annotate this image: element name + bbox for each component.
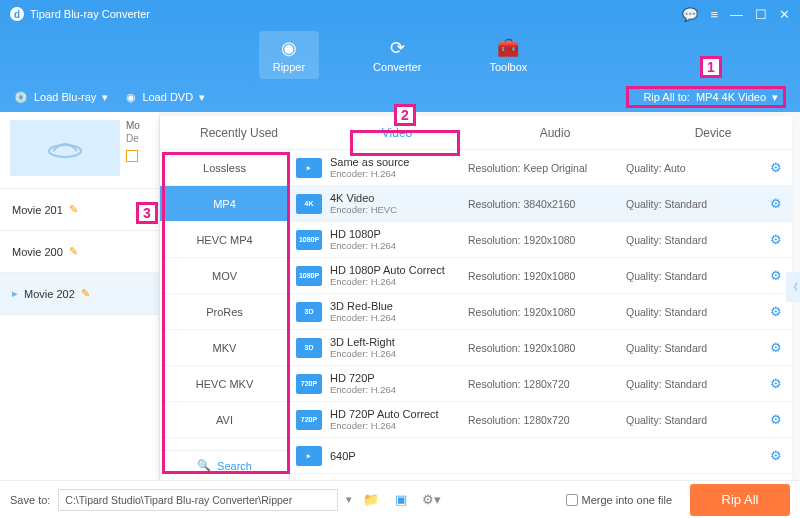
format-prores[interactable]: ProRes [160, 294, 289, 330]
chevron-down-icon: ▾ [199, 91, 205, 104]
thumb-de-label: De [126, 133, 140, 144]
preset-resolution: Resolution: 1920x1080 [468, 342, 618, 354]
load-bluray-button[interactable]: 💿 Load Blu-ray ▾ [14, 91, 108, 104]
edit-icon[interactable]: ✎ [81, 287, 90, 300]
preset-resolution: Resolution: Keep Original [468, 162, 618, 174]
merge-checkbox[interactable]: Merge into one file [566, 494, 673, 506]
save-to-label: Save to: [10, 494, 50, 506]
preset-resolution: Resolution: 1920x1080 [468, 270, 618, 282]
annotation-2: 2 [394, 104, 416, 126]
format-lossless[interactable]: Lossless [160, 150, 289, 186]
preset-quality: Quality: Standard [626, 198, 762, 210]
preset-row[interactable]: 3D 3D Left-Right Encoder: H.264 Resoluti… [290, 330, 792, 366]
load-bluray-label: Load Blu-ray [34, 91, 96, 103]
preset-name: 640P [330, 450, 460, 462]
refresh-icon: ⟳ [390, 37, 405, 59]
gear-icon[interactable]: ⚙ [770, 196, 782, 211]
preset-row[interactable]: ▸ 640P ⚙ [290, 438, 792, 474]
preset-row[interactable]: 1080P HD 1080P Auto Correct Encoder: H.2… [290, 258, 792, 294]
main-area: Mo De Movie 201 ✎ Movie 200 ✎ ▸ Movie 20… [0, 112, 800, 480]
nav-tabs: ◉ Ripper ⟳ Converter 🧰 Toolbox [0, 28, 800, 82]
panel-tab-video-label: Video [382, 126, 412, 140]
gear-icon[interactable]: ⚙ [770, 412, 782, 427]
preset-badge-icon: 720P [296, 410, 322, 430]
titlebar: d Tipard Blu-ray Converter 💬 ≡ — ☐ ✕ [0, 0, 800, 28]
panel-tab-recent[interactable]: Recently Used [160, 116, 318, 149]
gear-icon[interactable]: ⚙ [770, 376, 782, 391]
format-search-button[interactable]: 🔍 Search [160, 450, 289, 480]
disc-icon: 💿 [14, 91, 28, 104]
movie-list: Mo De Movie 201 ✎ Movie 200 ✎ ▸ Movie 20… [0, 112, 160, 480]
folder-icon[interactable]: 📁 [360, 489, 382, 511]
app-title: Tipard Blu-ray Converter [30, 8, 150, 20]
tab-toolbox[interactable]: 🧰 Toolbox [475, 31, 541, 79]
checkbox-icon [566, 494, 578, 506]
gear-icon[interactable]: ⚙ [770, 448, 782, 463]
close-icon[interactable]: ✕ [779, 7, 790, 22]
load-dvd-label: Load DVD [142, 91, 193, 103]
preset-list: ▸ Same as source Encoder: H.264 Resoluti… [290, 150, 792, 480]
format-mkv[interactable]: MKV [160, 330, 289, 366]
format-avi[interactable]: AVI [160, 402, 289, 438]
rip-all-button[interactable]: Rip All [690, 484, 790, 516]
edit-icon[interactable]: ✎ [69, 245, 78, 258]
gear-icon[interactable]: ⚙ [770, 232, 782, 247]
bluray-thumb-icon [10, 120, 120, 176]
format-mov[interactable]: MOV [160, 258, 289, 294]
feedback-icon[interactable]: 💬 [682, 7, 698, 22]
maximize-icon[interactable]: ☐ [755, 7, 767, 22]
scroll-collapse-handle[interactable]: 《 [786, 272, 800, 302]
movie-title: Movie 202 [24, 288, 75, 300]
format-mp4[interactable]: MP4 [160, 186, 289, 222]
movie-title: Movie 201 [12, 204, 63, 216]
panel-tab-recent-label: Recently Used [200, 126, 278, 140]
format-hevc-mkv[interactable]: HEVC MKV [160, 366, 289, 402]
preset-name: 3D Left-Right Encoder: H.264 [330, 336, 460, 359]
preset-row[interactable]: 720P HD 720P Encoder: H.264 Resolution: … [290, 366, 792, 402]
menu-icon[interactable]: ≡ [710, 7, 718, 22]
chevron-down-icon[interactable]: ▾ [346, 493, 352, 506]
gpu-icon[interactable]: ▣ [390, 489, 412, 511]
panel-tab-device[interactable]: Device [634, 116, 792, 149]
preset-quality: Quality: Standard [626, 414, 762, 426]
load-dvd-button[interactable]: ◉ Load DVD ▾ [126, 91, 205, 104]
panel-tab-audio[interactable]: Audio [476, 116, 634, 149]
tab-converter-label: Converter [373, 61, 421, 73]
minimize-icon[interactable]: — [730, 7, 743, 22]
footer: Save to: ▾ 📁 ▣ ⚙▾ Merge into one file Ri… [0, 480, 800, 518]
tab-ripper[interactable]: ◉ Ripper [259, 31, 319, 79]
gear-icon[interactable]: ⚙ [770, 340, 782, 355]
chevron-down-icon: ▾ [772, 91, 778, 104]
movie-row-200[interactable]: Movie 200 ✎ [0, 231, 159, 273]
rip-all-to-dropdown[interactable]: Rip All to: MP4 4K Video ▾ [635, 88, 786, 107]
checkbox-icon[interactable] [126, 150, 138, 162]
preset-badge-icon: 4K [296, 194, 322, 214]
edit-icon[interactable]: ✎ [69, 203, 78, 216]
gear-icon[interactable]: ⚙ [770, 304, 782, 319]
settings-dropdown-icon[interactable]: ⚙▾ [420, 489, 442, 511]
app-logo-icon: d [10, 7, 24, 21]
preset-badge-icon: ▸ [296, 446, 322, 466]
gear-icon[interactable]: ⚙ [770, 160, 782, 175]
preset-row[interactable]: 4K 4K Video Encoder: HEVC Resolution: 38… [290, 186, 792, 222]
preset-resolution: Resolution: 1280x720 [468, 414, 618, 426]
preset-row[interactable]: 720P HD 720P Auto Correct Encoder: H.264… [290, 402, 792, 438]
preset-badge-icon: ▸ [296, 158, 322, 178]
preset-badge-icon: 3D [296, 302, 322, 322]
preset-name: 4K Video Encoder: HEVC [330, 192, 460, 215]
format-hevc-mp4[interactable]: HEVC MP4 [160, 222, 289, 258]
preset-row[interactable]: ▸ Same as source Encoder: H.264 Resoluti… [290, 150, 792, 186]
save-path-input[interactable] [58, 489, 338, 511]
format-dropdown-panel: Recently Used Video Audio Device Lossles… [160, 116, 792, 480]
annotation-3: 3 [136, 202, 158, 224]
tab-converter[interactable]: ⟳ Converter [359, 31, 435, 79]
preset-row[interactable]: 3D 3D Red-Blue Encoder: H.264 Resolution… [290, 294, 792, 330]
panel-tab-device-label: Device [695, 126, 732, 140]
preset-quality: Quality: Standard [626, 270, 762, 282]
gear-icon[interactable]: ⚙ [770, 268, 782, 283]
preset-row[interactable]: 1080P HD 1080P Encoder: H.264 Resolution… [290, 222, 792, 258]
search-icon: 🔍 [197, 459, 211, 472]
preset-badge-icon: 1080P [296, 230, 322, 250]
preset-quality: Quality: Standard [626, 378, 762, 390]
movie-row-202[interactable]: ▸ Movie 202 ✎ [0, 273, 159, 315]
